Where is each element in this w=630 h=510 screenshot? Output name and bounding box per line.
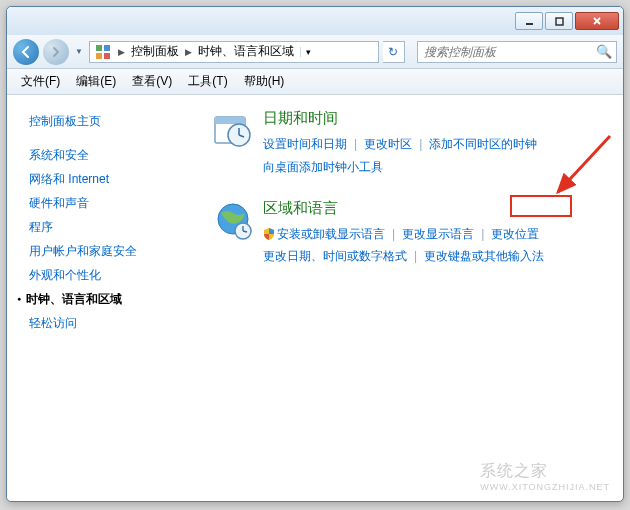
control-panel-window: ▼ ▶ 控制面板 ▶ 时钟、语言和区域 ▾ ↻ 🔍 文件(F) 编辑(E) 查看… <box>6 6 624 502</box>
link-desktop-gadget[interactable]: 向桌面添加时钟小工具 <box>263 160 383 174</box>
menu-view[interactable]: 查看(V) <box>124 73 180 90</box>
sidebar-home[interactable]: 控制面板主页 <box>29 109 199 133</box>
maximize-button[interactable] <box>545 12 573 30</box>
shield-icon <box>263 225 275 237</box>
sidebar-item-ease[interactable]: 轻松访问 <box>29 311 199 335</box>
link-set-datetime[interactable]: 设置时间和日期 <box>263 137 347 151</box>
control-panel-icon <box>95 44 111 60</box>
menu-help[interactable]: 帮助(H) <box>236 73 293 90</box>
category-datetime: 日期和时间 设置时间和日期|更改时区|添加不同时区的时钟 向桌面添加时钟小工具 <box>213 109 611 179</box>
content-area: 控制面板主页 系统和安全 网络和 Internet 硬件和声音 程序 用户帐户和… <box>7 95 623 501</box>
category-title[interactable]: 区域和语言 <box>263 199 611 218</box>
link-add-clocks[interactable]: 添加不同时区的时钟 <box>429 137 537 151</box>
link-change-timezone[interactable]: 更改时区 <box>364 137 412 151</box>
sidebar-item-system[interactable]: 系统和安全 <box>29 143 199 167</box>
sidebar-item-clock-active[interactable]: 时钟、语言和区域 <box>29 287 199 311</box>
link-change-keyboard[interactable]: 更改键盘或其他输入法 <box>424 249 544 263</box>
category-region: 区域和语言 安装或卸载显示语言|更改显示语言|更改位置 更改日期、时间或数字格式… <box>213 199 611 269</box>
sidebar-item-network[interactable]: 网络和 Internet <box>29 167 199 191</box>
sidebar-item-programs[interactable]: 程序 <box>29 215 199 239</box>
search-icon[interactable]: 🔍 <box>592 44 616 59</box>
menu-edit[interactable]: 编辑(E) <box>68 73 124 90</box>
sidebar-item-appearance[interactable]: 外观和个性化 <box>29 263 199 287</box>
link-change-display-lang[interactable]: 更改显示语言 <box>402 227 474 241</box>
link-change-location[interactable]: 更改位置 <box>491 227 539 241</box>
svg-rect-9 <box>215 117 245 124</box>
breadcrumb-dropdown[interactable]: ▾ <box>300 47 316 57</box>
refresh-button[interactable]: ↻ <box>383 41 405 63</box>
close-button[interactable] <box>575 12 619 30</box>
titlebar <box>7 7 623 35</box>
sidebar-item-accounts[interactable]: 用户帐户和家庭安全 <box>29 239 199 263</box>
globe-icon <box>213 201 253 241</box>
category-links: 设置时间和日期|更改时区|添加不同时区的时钟 向桌面添加时钟小工具 <box>263 133 611 179</box>
search-input[interactable] <box>418 45 592 59</box>
forward-button[interactable] <box>43 39 69 65</box>
history-dropdown[interactable]: ▼ <box>73 47 85 56</box>
navbar: ▼ ▶ 控制面板 ▶ 时钟、语言和区域 ▾ ↻ 🔍 <box>7 35 623 69</box>
category-links: 安装或卸载显示语言|更改显示语言|更改位置 更改日期、时间或数字格式|更改键盘或… <box>263 223 611 269</box>
menubar: 文件(F) 编辑(E) 查看(V) 工具(T) 帮助(H) <box>7 69 623 95</box>
main-panel: 日期和时间 设置时间和日期|更改时区|添加不同时区的时钟 向桌面添加时钟小工具 … <box>207 95 623 501</box>
menu-tools[interactable]: 工具(T) <box>180 73 235 90</box>
category-title[interactable]: 日期和时间 <box>263 109 611 128</box>
search-box[interactable]: 🔍 <box>417 41 617 63</box>
breadcrumb[interactable]: ▶ 控制面板 ▶ 时钟、语言和区域 ▾ <box>89 41 379 63</box>
clock-icon <box>213 111 253 151</box>
breadcrumb-item[interactable]: 时钟、语言和区域 <box>196 43 296 60</box>
sidebar: 控制面板主页 系统和安全 网络和 Internet 硬件和声音 程序 用户帐户和… <box>7 95 207 501</box>
breadcrumb-item[interactable]: 控制面板 <box>129 43 181 60</box>
breadcrumb-separator: ▶ <box>114 47 129 57</box>
svg-rect-1 <box>556 18 563 25</box>
link-change-formats[interactable]: 更改日期、时间或数字格式 <box>263 249 407 263</box>
minimize-button[interactable] <box>515 12 543 30</box>
sidebar-item-hardware[interactable]: 硬件和声音 <box>29 191 199 215</box>
svg-rect-4 <box>96 45 102 51</box>
back-button[interactable] <box>13 39 39 65</box>
svg-rect-7 <box>104 53 110 59</box>
svg-rect-6 <box>96 53 102 59</box>
breadcrumb-separator: ▶ <box>181 47 196 57</box>
menu-file[interactable]: 文件(F) <box>13 73 68 90</box>
svg-rect-5 <box>104 45 110 51</box>
link-install-lang[interactable]: 安装或卸载显示语言 <box>277 227 385 241</box>
